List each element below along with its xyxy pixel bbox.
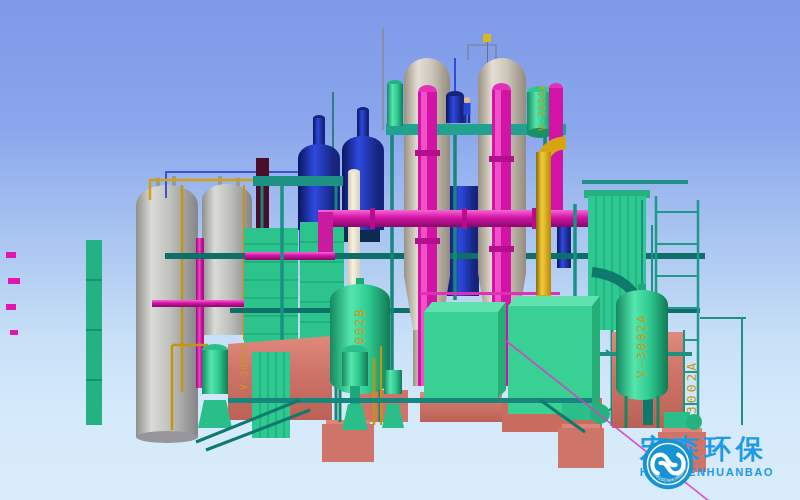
vessel-tag-3002a: V-3002A bbox=[635, 313, 649, 378]
green-box-tanks bbox=[424, 296, 600, 414]
plant-3d-render: V-3004A bbox=[0, 0, 800, 500]
person-figure bbox=[464, 97, 471, 123]
vessel-tag-3004a: V-3004A bbox=[536, 84, 547, 131]
logo-mark-icon: HONGSENHUANBAO bbox=[640, 436, 696, 492]
vessel-tag-3002a-floating: 3002A bbox=[684, 360, 699, 414]
logo: HONGSENHUANBAO 宏森环保 HONGSENHUANBAO bbox=[640, 436, 774, 478]
plant-3d-viewport: V-3004A bbox=[0, 0, 800, 500]
vessel-tag-left: V-3001A bbox=[238, 343, 249, 390]
